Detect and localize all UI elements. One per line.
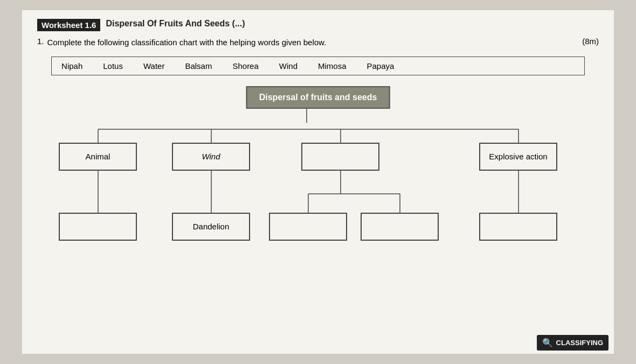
word-mimosa: Mimosa — [318, 61, 347, 71]
level2-wind-child-label: Dandelion — [193, 222, 230, 231]
root-node: Dispersal of fruits and seeds — [246, 86, 390, 109]
word-water: Water — [143, 61, 164, 71]
level1-explosive[interactable]: Explosive action — [479, 143, 557, 171]
word-shorea: Shorea — [232, 61, 258, 71]
chart-area: Dispersal of fruits and seeds Animal Win… — [37, 86, 599, 302]
level1-wind[interactable]: Wind — [172, 143, 250, 171]
question-block: 1. Complete the following classification… — [37, 37, 599, 49]
marks: (8m) — [582, 37, 599, 46]
level1-explosive-label: Explosive action — [489, 152, 547, 161]
classifying-badge: 🔍 CLASSIFYING — [537, 335, 609, 351]
classifying-label: CLASSIFYING — [556, 339, 603, 347]
word-bank: Nipah Lotus Water Balsam Shorea Wind Mim… — [51, 57, 585, 75]
word-papaya: Papaya — [367, 61, 395, 71]
level1-water[interactable] — [301, 143, 379, 171]
level2-animal-child[interactable] — [59, 213, 137, 241]
level2-water-child2[interactable] — [361, 213, 439, 241]
question-number: 1. — [37, 37, 44, 46]
level2-wind-child[interactable]: Dandelion — [172, 213, 250, 241]
question-text: Complete the following classification ch… — [47, 37, 577, 49]
connector-lines — [37, 86, 599, 302]
worksheet-title: Dispersal Of Fruits And Seeds (...) — [106, 19, 245, 29]
worksheet-badge: Worksheet 1.6 — [37, 19, 100, 31]
word-wind: Wind — [279, 61, 298, 71]
header: Worksheet 1.6 Dispersal Of Fruits And Se… — [37, 19, 599, 31]
level1-animal[interactable]: Animal — [59, 143, 137, 171]
classifying-icon: 🔍 — [542, 338, 553, 348]
level1-wind-label: Wind — [202, 152, 220, 161]
level1-animal-label: Animal — [86, 152, 110, 161]
worksheet-page: Worksheet 1.6 Dispersal Of Fruits And Se… — [22, 10, 614, 354]
level2-water-child1[interactable] — [269, 213, 347, 241]
word-nipah: Nipah — [61, 61, 82, 71]
word-lotus: Lotus — [103, 61, 123, 71]
level2-explosive-child[interactable] — [479, 213, 557, 241]
word-balsam: Balsam — [185, 61, 212, 71]
